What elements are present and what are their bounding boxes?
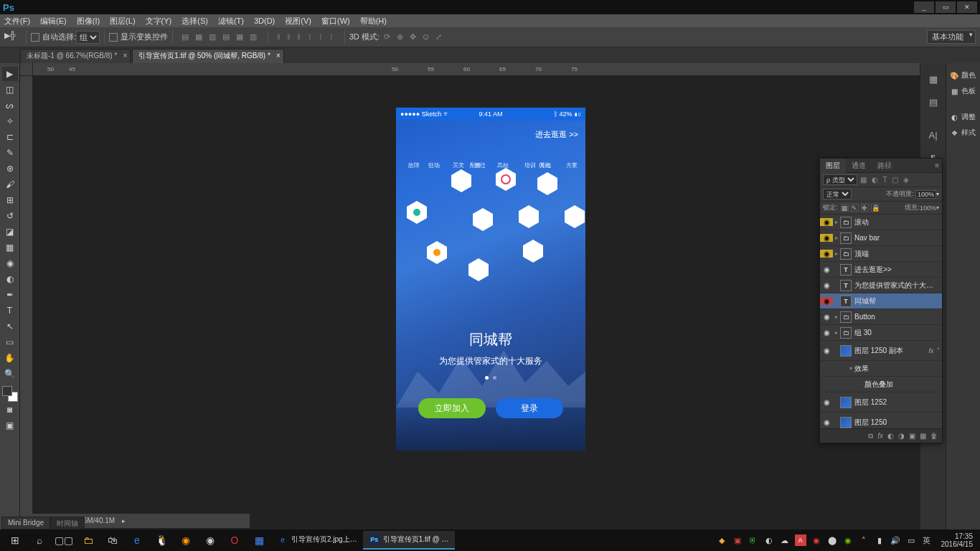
layer-name[interactable]: 图层 1250 xyxy=(854,418,942,428)
new-layer-icon[interactable]: ▦ xyxy=(920,432,926,440)
expand-arrow[interactable]: ▸ xyxy=(833,219,840,225)
dodge-tool[interactable]: ◐ xyxy=(2,272,18,286)
layer-row[interactable]: ◉T同城帮 xyxy=(820,293,942,309)
menu-3d[interactable]: 3D(D) xyxy=(254,17,275,25)
swatches-panel-toggle[interactable]: ▦色板 xyxy=(946,83,980,99)
tray-action-center-icon[interactable]: ▭ xyxy=(905,534,917,546)
blend-mode[interactable]: 正常 xyxy=(823,189,852,199)
menu-select[interactable]: 选择(S) xyxy=(182,16,208,27)
adjustment-icon[interactable]: ◑ xyxy=(898,432,905,440)
menu-file[interactable]: 文件(F) xyxy=(4,16,30,27)
close-icon[interactable]: × xyxy=(123,52,127,60)
move-tool[interactable]: ▶ xyxy=(2,67,18,81)
eraser-tool[interactable]: ◪ xyxy=(2,225,18,239)
marquee-tool[interactable]: ◫ xyxy=(2,83,18,97)
actions-panel-icon[interactable]: ▤ xyxy=(924,93,943,111)
search-icon[interactable]: ⌕ xyxy=(27,531,52,550)
layer-name[interactable]: 同城帮 xyxy=(854,296,942,306)
visibility-toggle[interactable]: ◉ xyxy=(820,347,833,354)
visibility-toggle[interactable]: ◉ xyxy=(820,418,833,426)
menu-layer[interactable]: 图层(L) xyxy=(110,16,135,27)
layer-name[interactable]: Nav bar xyxy=(854,234,942,242)
taskbar-ps-task[interactable]: Ps引导宣传页1.tif @ … xyxy=(363,531,455,550)
ruler-horizontal[interactable]: 50 45 50 55 60 65 70 75 xyxy=(33,63,920,76)
visibility-toggle[interactable]: ◉ xyxy=(820,398,833,406)
quickmask-tool[interactable]: ◙ xyxy=(2,402,18,417)
character-panel-icon[interactable]: A| xyxy=(924,126,943,144)
layer-name[interactable]: Button xyxy=(854,313,942,321)
hand-tool[interactable]: ✋ xyxy=(2,351,18,365)
tab-channels[interactable]: 通道 xyxy=(846,159,872,173)
ruler-origin[interactable] xyxy=(20,63,33,76)
layer-row[interactable]: ◉▸🗀Nav bar xyxy=(820,230,942,246)
visibility-toggle[interactable]: ◉ xyxy=(820,297,833,305)
ime-indicator[interactable]: 英 xyxy=(921,534,933,546)
type-tool[interactable]: T xyxy=(2,303,18,318)
visibility-toggle[interactable]: ◉ xyxy=(820,281,833,289)
shape-tool[interactable]: ▭ xyxy=(2,335,18,349)
menu-help[interactable]: 帮助(H) xyxy=(360,16,387,27)
pen-tool[interactable]: ✒ xyxy=(2,288,18,302)
tray-nvidia-icon[interactable]: ◉ xyxy=(842,534,854,546)
crop-tool[interactable]: ⊏ xyxy=(2,130,18,144)
menu-type[interactable]: 文字(Y) xyxy=(146,16,172,27)
show-transform-checkbox[interactable] xyxy=(109,33,118,42)
color-swatches[interactable] xyxy=(2,386,18,402)
mini-bridge-tab[interactable]: Mini Bridge xyxy=(1,517,50,529)
opacity-value[interactable]: 100% xyxy=(915,190,936,199)
path-tool[interactable]: ↖ xyxy=(2,319,18,334)
expand-arrow[interactable]: ▸ xyxy=(833,329,840,336)
timeline-tab[interactable]: 时间轴 xyxy=(50,517,85,529)
tray-cloud-icon[interactable]: ☁ xyxy=(779,534,791,546)
doc-tab-2[interactable]: 引导宣传页1.tif @ 50% (同城帮, RGB/8) *× xyxy=(132,49,284,63)
layer-name[interactable]: 图层 1250 副本 xyxy=(854,346,928,356)
mask-icon[interactable]: ◐ xyxy=(887,432,894,440)
visibility-toggle[interactable]: ◉ xyxy=(820,218,833,226)
explorer-icon[interactable]: 🗀 xyxy=(76,531,100,550)
close-icon[interactable]: × xyxy=(276,52,281,60)
align-icons[interactable]: ▤ ▦ ▥ ▤ ▦ ▥ xyxy=(182,32,259,42)
distribute-icons[interactable]: ⫴ ⫴ ⫴ ⫶ ⫶ ⫶ xyxy=(277,32,335,42)
blur-tool[interactable]: ◉ xyxy=(2,256,18,270)
auto-select-checkbox[interactable] xyxy=(31,33,39,42)
auto-select-dropdown[interactable]: 组 xyxy=(76,31,100,44)
tray-icon[interactable]: ▣ xyxy=(732,534,743,546)
trash-icon[interactable]: 🗑 xyxy=(930,432,938,440)
tray-up-icon[interactable]: ˄ xyxy=(858,534,870,546)
layer-name[interactable]: 图层 1252 xyxy=(854,397,942,408)
brush-tool[interactable]: 🖌 xyxy=(2,177,18,192)
layer-name[interactable]: 进去逛逛>> xyxy=(854,265,942,275)
opera-icon[interactable]: O xyxy=(222,531,247,550)
layers-list[interactable]: ◉▸🗀滚动◉▸🗀Nav bar◉▸🗀顶端◉T进去逛逛>>◉T为您提供管家式的十大… xyxy=(820,215,942,428)
filter-icons[interactable]: ▦ ◐ T ▢ ◈ xyxy=(860,176,910,184)
eyedropper-tool[interactable]: ✎ xyxy=(2,146,18,160)
tray-icon[interactable]: ⬤ xyxy=(826,534,838,546)
layer-name[interactable]: 颜色叠加 xyxy=(864,380,942,390)
fill-value[interactable]: 100% xyxy=(920,204,936,212)
store-icon[interactable]: 🛍 xyxy=(100,531,125,550)
fx-badge[interactable]: fx ˅ xyxy=(928,347,939,354)
menu-image[interactable]: 图像(I) xyxy=(77,16,100,27)
workspace-preset[interactable]: 基本功能 xyxy=(927,30,976,44)
visibility-toggle[interactable]: ◉ xyxy=(820,265,833,273)
window-close[interactable]: ✕ xyxy=(957,1,977,13)
layer-row[interactable]: ▾效果 xyxy=(820,361,942,377)
menu-view[interactable]: 视图(V) xyxy=(285,16,311,27)
tray-network-icon[interactable]: ▮ xyxy=(874,534,885,546)
layer-row[interactable]: ◉图层 1252 xyxy=(820,392,942,413)
layer-row[interactable]: ◉▸🗀组 30 xyxy=(820,325,942,341)
firefox-icon[interactable]: ◉ xyxy=(174,531,198,550)
ruler-vertical[interactable] xyxy=(20,76,33,529)
layer-name[interactable]: 顶端 xyxy=(854,249,942,259)
edge-icon[interactable]: e xyxy=(125,531,149,550)
stamp-tool[interactable]: ⊞ xyxy=(2,193,18,207)
layer-row[interactable]: ◉图层 1250 xyxy=(820,413,942,428)
wand-tool[interactable]: ✧ xyxy=(2,114,18,128)
color-panel-toggle[interactable]: 🎨颜色 xyxy=(946,67,980,83)
visibility-toggle[interactable]: ◉ xyxy=(820,234,833,242)
layer-row[interactable]: ◉▸🗀顶端 xyxy=(820,246,942,262)
tray-shield-icon[interactable]: ⛨ xyxy=(748,534,759,546)
lasso-tool[interactable]: ᔕ xyxy=(2,98,18,113)
taskbar-ie-task[interactable]: e引导宣传页2.jpg上… xyxy=(271,531,363,550)
chrome-icon[interactable]: ◉ xyxy=(198,531,222,550)
